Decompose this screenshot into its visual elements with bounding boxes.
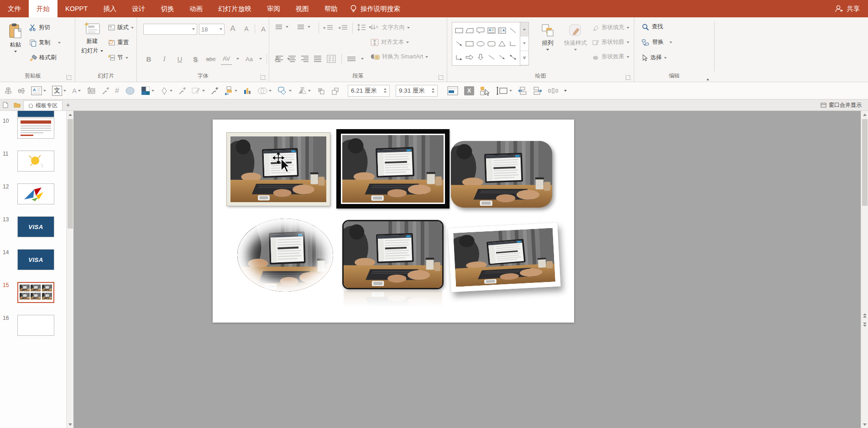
tab-home[interactable]: 开始 xyxy=(29,0,58,17)
shape-arrow2-icon[interactable] xyxy=(497,51,508,64)
align-text-button[interactable]: 对齐文本 xyxy=(371,38,409,46)
add-tab-button[interactable]: + xyxy=(63,99,73,110)
paragraph-dialog-launcher-icon[interactable] xyxy=(439,74,444,80)
text-note-icon[interactable] xyxy=(447,86,458,95)
panel-scroll-down-button[interactable] xyxy=(67,421,74,428)
eyedropper2-icon[interactable] xyxy=(178,87,186,95)
increase-indent-button[interactable] xyxy=(338,25,348,31)
next-slide-button[interactable] xyxy=(861,321,868,328)
shape-width-spinner[interactable]: 6.21 厘米 xyxy=(348,85,390,97)
shape-down-arrow-icon[interactable] xyxy=(475,51,486,64)
align-center-icon[interactable] xyxy=(288,56,296,62)
bullets-caret-icon[interactable] xyxy=(286,26,288,28)
columns-icon[interactable] xyxy=(327,55,336,63)
shape-line-icon[interactable] xyxy=(507,24,518,37)
ink-pen-icon[interactable] xyxy=(160,87,173,95)
grow-font-button[interactable]: A xyxy=(227,23,238,35)
picture-tilted-white-frame[interactable] xyxy=(448,223,561,292)
arrange-caret-icon[interactable] xyxy=(546,49,549,51)
align-right-icon[interactable] xyxy=(301,56,309,62)
copy-button[interactable]: 复制 xyxy=(29,39,61,47)
tell-me-search[interactable]: 操作说明搜索 xyxy=(345,0,405,17)
char-spacing-caret-icon[interactable] xyxy=(236,58,239,60)
slide-13-thumbnail[interactable]: VISA xyxy=(17,216,54,237)
tab-slideshow[interactable]: 幻灯片放映 xyxy=(210,0,259,17)
boolean-shapes-icon[interactable] xyxy=(277,86,292,95)
bullets-button[interactable] xyxy=(276,25,288,29)
window-merge-toggle[interactable]: 窗口合并显示 xyxy=(814,99,868,110)
edit-shape-icon[interactable] xyxy=(192,87,205,94)
theme-color-caret-icon[interactable] xyxy=(152,90,154,92)
shape-outline-button[interactable]: 形状轮廓 xyxy=(592,38,629,46)
align-left-objects-icon[interactable] xyxy=(518,86,527,95)
align-right-objects-icon[interactable] xyxy=(533,86,542,95)
frame-tool-icon[interactable] xyxy=(496,86,512,95)
change-case-button[interactable]: Aa xyxy=(244,53,255,65)
canvas-scroll-down-button[interactable] xyxy=(861,421,868,428)
paste-caret-icon[interactable] xyxy=(14,51,17,52)
shape-rounded-rect-icon[interactable] xyxy=(486,37,497,50)
shrink-font-button[interactable]: A xyxy=(241,23,252,35)
send-backward-icon[interactable] xyxy=(331,87,339,95)
align-text-caret-icon[interactable] xyxy=(406,42,409,43)
width-up-icon[interactable] xyxy=(384,88,387,90)
justify-icon[interactable] xyxy=(314,56,321,62)
italic-button[interactable]: I xyxy=(159,53,170,65)
layout-caret-icon[interactable] xyxy=(131,27,134,29)
merge-shapes-icon[interactable] xyxy=(257,87,272,95)
slide-16-thumbnail[interactable] xyxy=(17,315,54,336)
select-objects-icon[interactable] xyxy=(480,86,490,96)
frame-caret-icon[interactable] xyxy=(509,90,512,92)
find-button[interactable]: 查找 xyxy=(642,23,663,31)
clipboard-dialog-launcher-icon[interactable] xyxy=(67,74,72,80)
replace-caret-icon[interactable] xyxy=(669,42,672,43)
replace-button[interactable]: 替换 xyxy=(642,38,672,46)
shape-fill-caret-icon[interactable] xyxy=(627,27,629,29)
font-size-combo[interactable]: 18 xyxy=(199,24,225,35)
picture-dark-rounded-frame[interactable] xyxy=(342,220,444,289)
clear-format-button[interactable]: A xyxy=(258,23,269,35)
columns-caret-icon[interactable] xyxy=(361,58,364,60)
quick-styles-caret-icon[interactable] xyxy=(574,49,577,51)
toolbar-more-caret-icon[interactable] xyxy=(564,90,567,92)
shape-fill-button[interactable]: 形状填充 xyxy=(592,24,629,31)
tab-file[interactable]: 文件 xyxy=(0,0,29,17)
select-button[interactable]: 选择 xyxy=(642,54,667,62)
canvas-scrollbar[interactable] xyxy=(861,111,868,428)
smart-align-icon[interactable] xyxy=(224,86,237,95)
tab-koppt[interactable]: KOPPT xyxy=(58,0,95,17)
decrease-indent-button[interactable] xyxy=(323,25,333,31)
chart-icon[interactable] xyxy=(243,87,251,95)
section-caret-icon[interactable] xyxy=(125,57,128,59)
slide-14-thumbnail[interactable]: VISA xyxy=(17,249,54,270)
tab-animations[interactable]: 动画 xyxy=(182,0,210,17)
slide-11-thumbnail[interactable] xyxy=(17,151,54,172)
center-objects-icon[interactable] xyxy=(18,87,25,94)
wordart-caret-icon[interactable] xyxy=(78,90,81,92)
bring-forward-icon[interactable] xyxy=(317,87,325,95)
change-case-caret-icon[interactable] xyxy=(259,58,262,60)
shape-right-arrow-icon[interactable] xyxy=(465,51,476,64)
smartart-button[interactable]: 转换为 SmartArt xyxy=(371,53,428,61)
ink-caret-icon[interactable] xyxy=(170,90,173,92)
theme-color-icon[interactable] xyxy=(141,86,154,95)
canvas-scroll-thumb[interactable] xyxy=(862,119,868,206)
previous-slide-button[interactable] xyxy=(861,312,868,319)
shape-rectangle-icon[interactable] xyxy=(454,24,465,37)
new-document-icon[interactable] xyxy=(0,99,11,110)
distribute-objects-icon[interactable] xyxy=(548,87,558,94)
delete-button[interactable]: X xyxy=(464,86,474,95)
slide-15-thumbnail-selected[interactable] xyxy=(17,282,54,303)
tab-review[interactable]: 审阅 xyxy=(259,0,288,17)
smart-align-caret-icon[interactable] xyxy=(235,90,237,92)
numbering-button[interactable] xyxy=(298,25,310,29)
reset-button[interactable]: 重置 xyxy=(108,39,129,47)
wordart-button[interactable]: A xyxy=(72,87,81,94)
width-down-icon[interactable] xyxy=(384,91,387,93)
shape-effects-button[interactable]: 形状效果 xyxy=(592,53,629,61)
font-name-combo[interactable] xyxy=(143,24,197,35)
font-size-caret-icon[interactable] xyxy=(220,28,222,30)
panel-scroll-up-button[interactable] xyxy=(67,111,74,118)
shape-triangle-icon[interactable] xyxy=(497,37,508,50)
shape-parallelogram-icon[interactable] xyxy=(465,24,476,37)
